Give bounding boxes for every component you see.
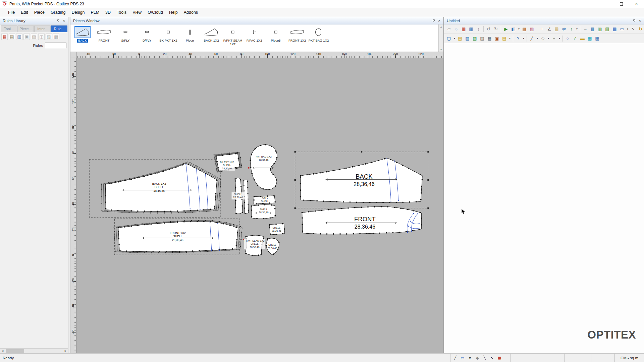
node-icon[interactable]: ◇ <box>539 35 546 42</box>
marquee-icon[interactable]: ▭ <box>459 355 466 361</box>
document-canvas[interactable]: OPTITEX <box>444 43 644 353</box>
insert-up-icon[interactable]: ↑ <box>568 25 575 33</box>
zoom-icon[interactable]: ○ <box>564 35 571 42</box>
notes-dropdown-icon[interactable]: ▾ <box>508 35 512 42</box>
scroll-down-icon[interactable]: ▼ <box>439 47 444 52</box>
piece-thumbnail-f-fac-1x2[interactable]: F/FAC 1X2 <box>244 26 265 43</box>
close-icon[interactable]: × <box>436 18 442 23</box>
pattern-piece-back-nest[interactable]: BACK 1X2SHELL28,36,46 <box>89 159 221 218</box>
menu-item-file[interactable]: File <box>5 8 18 17</box>
pattern-piece-bk-pkt[interactable]: BK PKT 1X2SHELL28,36,46 <box>213 152 242 173</box>
tab-inter[interactable]: Inter... <box>34 25 51 32</box>
delete-table-icon[interactable]: ▦ <box>460 25 467 33</box>
pattern-piece-pkt-bag[interactable]: PKT BAG 1X228,36,46 <box>250 144 277 190</box>
tab-tool[interactable]: Tool... <box>1 25 17 32</box>
menu-item-piece[interactable]: Piece <box>31 8 48 17</box>
menu-item-edit[interactable]: Edit <box>18 8 31 17</box>
pattern-piece-shell-small[interactable]: SHELL28,36,46 <box>269 223 285 235</box>
add-point-icon[interactable]: + <box>550 35 557 42</box>
save-rules-icon[interactable]: ▥ <box>16 34 22 40</box>
restore-button[interactable] <box>614 0 629 8</box>
checker-icon[interactable]: ▩ <box>521 25 528 33</box>
new-window-icon[interactable]: ◧ <box>510 25 517 33</box>
monitor-icon[interactable]: ▭ <box>619 25 626 33</box>
open-document-icon[interactable]: ▱ <box>445 25 452 33</box>
rows-table-icon[interactable]: ▥ <box>596 25 603 33</box>
print-icon[interactable]: ▦ <box>486 35 493 42</box>
run-3d-icon[interactable]: ▶ <box>502 25 509 33</box>
help-icon[interactable]: ? <box>515 35 522 42</box>
ruler-icon[interactable]: ▬ <box>579 35 586 42</box>
table-edit-icon[interactable]: ▦ <box>594 35 601 42</box>
piece-thumbnail-piece5[interactable]: Piece5 <box>265 26 286 43</box>
units-table-icon[interactable]: ▦ <box>589 25 596 33</box>
pattern-piece-fpkt-seam[interactable]: F/PKT SEAM 1X2SHELL28,36,46 <box>244 235 265 256</box>
new-window-dropdown-icon[interactable]: ▾ <box>517 25 521 33</box>
snap-icon[interactable]: ◆ <box>474 355 481 361</box>
piece-thumbnail-f-pkt-seam-1x2[interactable]: F/PKT SEAM 1X2 <box>222 26 244 46</box>
copy-rule-icon[interactable]: ▣ <box>23 34 30 40</box>
grid-blue-icon[interactable]: ▦ <box>611 25 618 33</box>
add-point-dropdown-icon[interactable]: ▾ <box>558 35 561 42</box>
redo-icon[interactable]: ↻ <box>492 25 499 33</box>
help-dropdown-icon[interactable]: ▾ <box>522 35 525 42</box>
rules-input[interactable] <box>45 43 66 48</box>
draw-line-icon[interactable]: ╱ <box>452 355 459 361</box>
close-icon[interactable]: × <box>637 18 643 23</box>
minimize-button[interactable] <box>599 0 614 8</box>
cloud-open-icon[interactable]: ◌ <box>453 25 460 33</box>
piece-thumbnail-front-1x2[interactable]: FRONT 1X2 <box>286 26 308 43</box>
pattern-piece-sfly-bottom[interactable]: SHELL28,36,46 <box>251 204 276 219</box>
pattern-drawing-area[interactable]: BACK 1X2SHELL28,36,46FRONT 1X2SHELL28,36… <box>76 58 443 353</box>
menu-item-3d[interactable]: 3D <box>102 8 114 17</box>
angle-icon[interactable]: ∠ <box>546 25 553 33</box>
horizontal-ruler[interactable]: -40-20020406080100120140160180200220 <box>76 52 443 58</box>
pin-icon[interactable] <box>631 18 637 23</box>
save-icon[interactable]: ▥ <box>464 35 471 42</box>
pin-icon[interactable] <box>431 18 436 23</box>
menu-item-grading[interactable]: Grading <box>48 8 68 17</box>
fabric-icon[interactable]: ▤ <box>553 25 560 33</box>
pin-icon[interactable] <box>55 18 61 23</box>
piece-thumbnail-back-1x2[interactable]: BACK 1X2 <box>201 26 222 43</box>
pattern-piece-fly-strip[interactable]: SHELL28,36,46 <box>231 178 249 214</box>
piece-thumbnail-d-fly[interactable]: D/FLY <box>136 26 158 43</box>
pattern-piece-front-big[interactable]: FRONT28,36,46 <box>302 206 422 235</box>
paste-rule-icon[interactable]: ▧ <box>31 34 37 40</box>
marquee-dropdown-icon[interactable]: ▾ <box>467 355 473 361</box>
menu-item-addons[interactable]: Addons <box>181 8 201 17</box>
align-icon[interactable]: + <box>538 25 545 33</box>
cloth-icon[interactable]: ▨ <box>479 35 486 42</box>
select-frame-dropdown-icon[interactable]: ▾ <box>453 35 456 42</box>
refresh-icon[interactable]: ↻ <box>637 25 644 33</box>
edit-rule-icon[interactable]: ▩ <box>53 34 59 40</box>
close-icon[interactable]: × <box>61 18 67 23</box>
scrollbar-thumb[interactable] <box>6 349 24 353</box>
menu-item-o-cloud[interactable]: O/Cloud <box>145 8 166 17</box>
grade-table-icon[interactable]: ▦ <box>496 355 503 361</box>
monitor-dropdown-icon[interactable]: ▾ <box>626 25 629 33</box>
pattern-piece-sfly-top[interactable]: S/FLYSHELL <box>253 195 276 204</box>
sort-icon[interactable]: ↕ <box>475 25 482 33</box>
walk-icon[interactable]: → <box>582 25 589 33</box>
piece-thumbnail-front[interactable]: FRONT <box>93 26 115 43</box>
menu-item-view[interactable]: View <box>129 8 145 17</box>
rules-table-icon[interactable]: ▦ <box>1 34 8 40</box>
vertical-ruler[interactable]: 140120100806040200-20-40-60 <box>70 58 76 353</box>
tab-piece[interactable]: Piece... <box>17 25 34 32</box>
piece-thumbnail-pkt-bag-1x2[interactable]: PKT BAG 1X2 <box>308 26 329 43</box>
menu-item-plm[interactable]: PLM <box>88 8 102 17</box>
piece-thumbnail-s-fly[interactable]: S/FLY <box>115 26 136 43</box>
palette-icon[interactable]: ▣ <box>493 35 500 42</box>
check-icon[interactable]: ✓ <box>572 35 579 42</box>
pieces-strip-scrollbar[interactable]: ▲ ▼ <box>438 24 443 52</box>
select-frame-icon[interactable]: ▢ <box>445 35 452 42</box>
scroll-right-icon[interactable]: ▶ <box>63 349 68 353</box>
notes-icon[interactable]: ▤ <box>501 35 508 42</box>
pattern-piece-shell-small2[interactable]: SHELL28,36,46 <box>266 238 280 255</box>
menu-item-tools[interactable]: Tools <box>114 8 129 17</box>
piece-thumbnail-bk-pkt-1x2[interactable]: BK PKT 1X2 <box>158 26 179 43</box>
pattern-piece-front-nest[interactable]: FRONT 1X2SHELL28,36,46 <box>113 219 242 255</box>
screen-icon[interactable]: ▦ <box>586 35 593 42</box>
pen-dropdown-icon[interactable]: ▾ <box>536 35 539 42</box>
